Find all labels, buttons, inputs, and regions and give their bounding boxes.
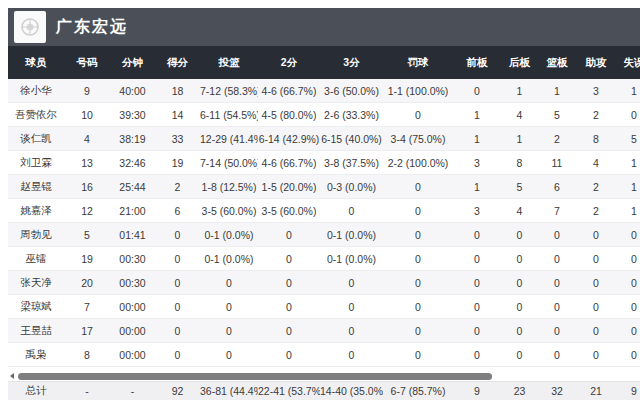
col-header-points: 得分 — [155, 56, 200, 70]
stat-ft: 0 — [383, 301, 453, 313]
stat-number: 9 — [64, 85, 110, 97]
stat-number: 16 — [64, 181, 110, 193]
stat-oreb: 0 — [453, 229, 501, 241]
stat-ft: 1-1 (100.0%) — [383, 85, 453, 97]
stat-fg: 0 — [200, 301, 258, 313]
stat-minutes: 00:00 — [110, 349, 155, 361]
stat-3p: 0 — [320, 277, 383, 289]
stat-fg: 7-12 (58.3%) — [200, 85, 258, 97]
col-header-tov: 失误 — [616, 56, 640, 70]
player-name: 谈仁凯 — [8, 132, 64, 146]
stat-tov: 1 — [616, 205, 640, 217]
table-row: 吾赞依尔1039:30146-11 (54.5%)4-5 (80.0%)2-6 … — [8, 103, 640, 127]
stat-reb: 2 — [538, 133, 576, 145]
stat-points: 18 — [155, 85, 200, 97]
stat-2p: 0 — [258, 229, 320, 241]
stat-ft: 3-4 (75.0%) — [383, 133, 453, 145]
stat-ast: 4 — [576, 157, 616, 169]
stat-dreb: 8 — [501, 157, 538, 169]
stat-2p: 0 — [258, 349, 320, 361]
stat-tov: 1 — [616, 157, 640, 169]
stat-reb: 0 — [538, 277, 576, 289]
col-header-oreb: 前板 — [453, 56, 501, 70]
player-name: 吾赞依尔 — [8, 108, 64, 122]
stat-tov: 5 — [616, 133, 640, 145]
stat-dreb: 4 — [501, 205, 538, 217]
player-name: 刘卫霖 — [8, 156, 64, 170]
col-header-ft: 罚球 — [383, 56, 453, 70]
stat-points: 0 — [155, 253, 200, 265]
stat-minutes: 21:00 — [110, 205, 155, 217]
stat-dreb: 0 — [501, 277, 538, 289]
stat-2p: 1-5 (20.0%) — [258, 181, 320, 193]
stat-reb: 0 — [538, 325, 576, 337]
table-row: 周勃见501:4100-1 (0.0%)00-1 (0.0%)000000 — [8, 223, 640, 247]
stat-oreb: 0 — [453, 85, 501, 97]
stat-fg: 0 — [200, 325, 258, 337]
stat-dreb: 0 — [501, 253, 538, 265]
stat-minutes: 00:00 — [110, 301, 155, 313]
scrollbar-thumb[interactable] — [18, 373, 492, 380]
totals-row: 总计--9236-81 (44.4%)22-41 (53.7%)14-40 (3… — [8, 381, 640, 400]
col-header-ast: 助攻 — [576, 56, 616, 70]
stat-ft: 0 — [383, 253, 453, 265]
table-row: 刘卫霖1332:46197-14 (50.0%)4-6 (66.7%)3-8 (… — [8, 151, 640, 175]
table-row: 张天净2000:300000000000 — [8, 271, 640, 295]
stat-minutes: 38:19 — [110, 133, 155, 145]
col-header-2p: 2分 — [258, 56, 320, 70]
player-name: 王昱喆 — [8, 324, 64, 338]
stat-points: 0 — [155, 325, 200, 337]
col-header-3p: 3分 — [320, 56, 383, 70]
stat-number: 12 — [64, 205, 110, 217]
stat-fg: 0 — [200, 277, 258, 289]
table-row: 徐小华940:00187-12 (58.3%)4-6 (66.7%)3-6 (5… — [8, 79, 640, 103]
stat-ast: 0 — [576, 325, 616, 337]
stat-number: 17 — [64, 325, 110, 337]
stat-tov: 0 — [616, 301, 640, 313]
stat-2p: 0 — [258, 253, 320, 265]
stat-3p: 0-3 (0.0%) — [320, 181, 383, 193]
stat-tov: 0 — [616, 325, 640, 337]
stat-ast: 8 — [576, 133, 616, 145]
stat-fg: 12-29 (41.4%) — [200, 133, 258, 145]
stat-ft: 0 — [383, 277, 453, 289]
player-name: 梁琼斌 — [8, 300, 64, 314]
stat-points: 0 — [155, 301, 200, 313]
team-stats-panel: 广东宏远 球员号码分钟得分投篮2分3分罚球前板后板篮板助攻失误 徐小华940:0… — [8, 8, 640, 400]
stat-ft: 2-2 (100.0%) — [383, 157, 453, 169]
stat-fg: 0-1 (0.0%) — [200, 229, 258, 241]
stat-dreb: 5 — [501, 181, 538, 193]
stat-points: 19 — [155, 157, 200, 169]
stat-minutes: 00:00 — [110, 325, 155, 337]
stat-number: 7 — [64, 301, 110, 313]
total-points: 92 — [155, 385, 200, 397]
total-fg: 36-81 (44.4%) — [200, 385, 258, 397]
stat-ft: 0 — [383, 205, 453, 217]
stat-oreb: 1 — [453, 181, 501, 193]
stat-number: 19 — [64, 253, 110, 265]
table-row: 谈仁凯438:193312-29 (41.4%)6-14 (42.9%)6-15… — [8, 127, 640, 151]
stat-tov: 1 — [616, 85, 640, 97]
stat-points: 6 — [155, 205, 200, 217]
stat-minutes: 00:30 — [110, 277, 155, 289]
stats-table-viewport: 球员号码分钟得分投篮2分3分罚球前板后板篮板助攻失误 徐小华940:00187-… — [8, 46, 640, 372]
stat-fg: 1-8 (12.5%) — [200, 181, 258, 193]
stat-minutes: 39:30 — [110, 109, 155, 121]
total-3p: 14-40 (35.0%) — [320, 385, 383, 397]
horizontal-scrollbar[interactable] — [8, 372, 640, 381]
stat-3p: 0-1 (0.0%) — [320, 253, 383, 265]
stat-number: 13 — [64, 157, 110, 169]
stat-3p: 3-6 (50.0%) — [320, 85, 383, 97]
stat-minutes: 25:44 — [110, 181, 155, 193]
total-label: 总计 — [8, 384, 64, 398]
col-header-number: 号码 — [64, 56, 110, 70]
stat-points: 2 — [155, 181, 200, 193]
stat-fg: 7-14 (50.0%) — [200, 157, 258, 169]
team-logo-icon — [14, 11, 46, 43]
stat-oreb: 3 — [453, 157, 501, 169]
stat-oreb: 3 — [453, 205, 501, 217]
stat-minutes: 01:41 — [110, 229, 155, 241]
stat-2p: 4-6 (66.7%) — [258, 85, 320, 97]
scroll-left-arrow-icon[interactable] — [10, 373, 14, 379]
table-row: 巫镭1900:3000-1 (0.0%)00-1 (0.0%)000000 — [8, 247, 640, 271]
